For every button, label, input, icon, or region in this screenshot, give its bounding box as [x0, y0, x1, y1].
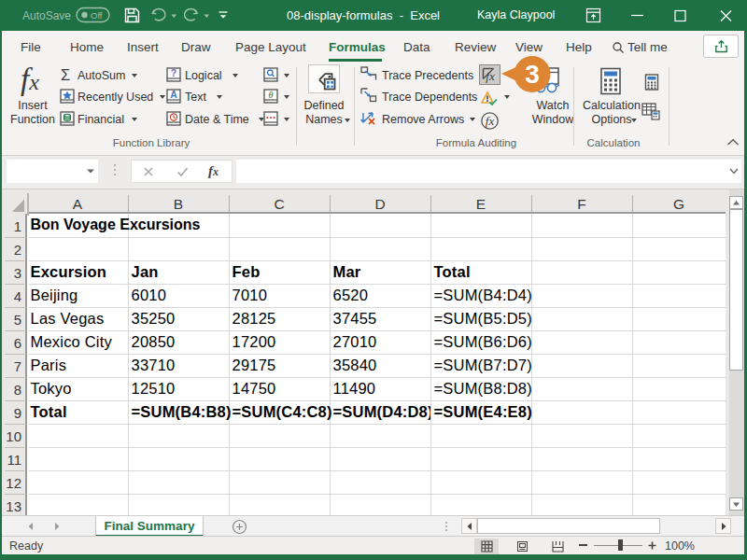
svg-text:?: ? — [171, 67, 176, 78]
svg-text:θ: θ — [269, 90, 274, 100]
svg-text:A: A — [170, 89, 177, 100]
svg-text:fx: fx — [486, 69, 495, 83]
svg-text:fx: fx — [486, 114, 495, 128]
svg-text:3: 3 — [525, 60, 540, 89]
svg-text:Off: Off — [91, 10, 103, 21]
